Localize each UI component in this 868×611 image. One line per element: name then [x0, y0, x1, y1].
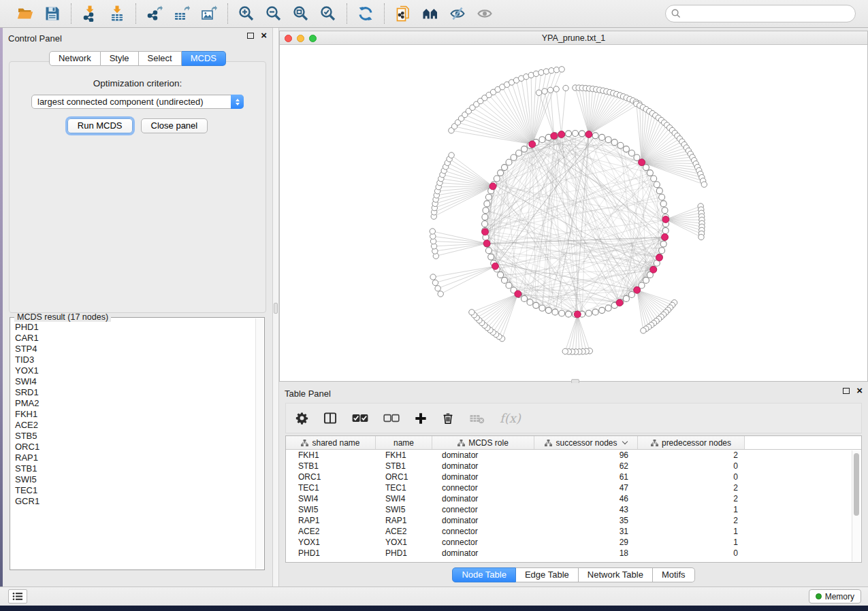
cell: PHD1: [376, 548, 432, 559]
cell: 96: [534, 450, 638, 461]
minimize-window-icon[interactable]: [297, 35, 304, 42]
scrollbar-thumb[interactable]: [854, 453, 859, 516]
table-toolbar: f(x): [285, 403, 862, 433]
tab-node-table[interactable]: Node Table: [452, 567, 516, 582]
column-header-shared-name[interactable]: shared name: [286, 436, 376, 449]
close-panel-button[interactable]: Close panel: [141, 118, 208, 133]
table-panel-title: Table Panel: [285, 389, 331, 399]
vertical-splitter[interactable]: [272, 28, 279, 587]
cell: 18: [534, 548, 638, 559]
result-node: RAP1: [15, 452, 255, 463]
automation-panel-button[interactable]: [8, 589, 27, 604]
open-file-icon[interactable]: [16, 5, 34, 22]
tab-mcds[interactable]: MCDS: [182, 51, 226, 66]
close-table-panel-icon[interactable]: ×: [856, 387, 863, 394]
cell: TEC1: [376, 482, 432, 493]
show-all-icon[interactable]: [476, 5, 494, 22]
cell: dominator: [432, 548, 534, 559]
memory-button[interactable]: Memory: [809, 589, 861, 604]
table-row[interactable]: FKH1FKH1dominator962: [286, 450, 861, 461]
tab-network-table[interactable]: Network Table: [579, 567, 653, 582]
tab-edge-table[interactable]: Edge Table: [516, 567, 579, 582]
zoom-fit-icon[interactable]: [292, 5, 310, 22]
float-panel-icon[interactable]: [247, 33, 254, 39]
close-panel-icon[interactable]: ×: [261, 32, 267, 39]
column-header-name[interactable]: name: [376, 436, 432, 449]
cell: TEC1: [286, 482, 376, 493]
cell: 43: [534, 504, 638, 515]
table-row[interactable]: SWI5SWI5connector431: [286, 504, 861, 515]
tab-motifs[interactable]: Motifs: [653, 567, 695, 582]
hide-selected-icon[interactable]: [449, 5, 466, 22]
result-node: STP4: [15, 344, 255, 354]
result-node: TEC1: [15, 485, 255, 496]
save-session-icon[interactable]: [44, 5, 61, 22]
result-scrollbar[interactable]: [255, 318, 263, 569]
export-table-icon[interactable]: [173, 5, 191, 22]
maximize-window-icon[interactable]: [309, 35, 317, 42]
refresh-icon[interactable]: [357, 5, 374, 22]
search-input[interactable]: [665, 5, 856, 22]
table-row[interactable]: ORC1ORC1dominator610: [286, 472, 861, 482]
table-row[interactable]: ACE2ACE2connector311: [286, 526, 861, 537]
import-table-icon[interactable]: [108, 5, 126, 22]
table-row[interactable]: YOX1YOX1connector291: [286, 537, 861, 548]
cell: STB1: [286, 461, 376, 472]
tab-network[interactable]: Network: [49, 51, 101, 66]
cell: ACE2: [376, 526, 432, 537]
select-all-checkboxes-icon[interactable]: [352, 414, 368, 423]
cell: dominator: [432, 472, 534, 482]
tab-style[interactable]: Style: [101, 51, 139, 66]
clone-network-icon[interactable]: [394, 5, 412, 22]
run-mcds-button[interactable]: Run MCDS: [67, 118, 133, 133]
optimization-criterion-select[interactable]: largest connected component (undirected): [31, 95, 244, 109]
cell: 1: [638, 504, 745, 515]
add-column-icon[interactable]: [415, 412, 427, 425]
table-row[interactable]: TEC1TEC1connector472: [286, 482, 861, 493]
table-row[interactable]: RAP1RAP1dominator352: [286, 515, 861, 526]
import-network-icon[interactable]: [81, 5, 99, 22]
result-node: SWI4: [15, 376, 255, 387]
table-scrollbar[interactable]: [852, 450, 861, 561]
table-row[interactable]: SWI4SWI4dominator462: [286, 493, 861, 504]
cell: dominator: [432, 515, 534, 526]
export-network-icon[interactable]: [146, 5, 163, 22]
splitter-handle-icon[interactable]: [274, 303, 278, 314]
cell: RAP1: [286, 515, 376, 526]
status-bar: Memory: [0, 587, 868, 606]
memory-label: Memory: [825, 592, 854, 601]
split-columns-icon[interactable]: [323, 412, 337, 425]
float-table-panel-icon[interactable]: [843, 388, 850, 394]
zoom-out-icon[interactable]: [265, 5, 283, 22]
settings-gear-icon[interactable]: [295, 412, 308, 425]
export-image-icon[interactable]: [200, 5, 218, 22]
main-toolbar: [0, 0, 868, 28]
column-header-successor-nodes[interactable]: successor nodes: [534, 436, 638, 449]
mcds-result-list[interactable]: PHD1CAR1STP4TID3YOX1SWI4SRD1PMA2FKH1ACE2…: [12, 319, 255, 568]
result-node: CAR1: [15, 333, 255, 344]
tab-select[interactable]: Select: [139, 51, 182, 66]
result-node: STB5: [15, 431, 255, 442]
result-node: SRD1: [15, 387, 255, 398]
close-window-icon[interactable]: [285, 35, 292, 42]
result-node: STB1: [15, 463, 255, 474]
cell: 2: [638, 493, 745, 504]
column-header-predecessor-nodes[interactable]: predecessor nodes: [638, 436, 745, 449]
first-neighbors-icon[interactable]: [421, 5, 439, 22]
cell: YOX1: [286, 537, 376, 548]
delete-column-icon[interactable]: [442, 412, 454, 425]
deselect-all-checkboxes-icon[interactable]: [383, 414, 400, 423]
zoom-in-icon[interactable]: [238, 5, 255, 22]
cell: 2: [638, 482, 745, 493]
table-row[interactable]: PHD1PHD1dominator180: [286, 548, 861, 559]
cell: YOX1: [376, 537, 432, 548]
cell: SWI5: [286, 504, 376, 515]
column-label: shared name: [312, 438, 359, 448]
network-view-canvas[interactable]: [280, 45, 867, 381]
column-header-MCDS-role[interactable]: MCDS role: [432, 436, 534, 449]
task-list-icon: [12, 592, 23, 601]
cell: STB1: [376, 461, 432, 472]
zoom-selected-icon[interactable]: [319, 5, 337, 22]
cell: 1: [638, 537, 745, 548]
table-row[interactable]: STB1STB1dominator620: [286, 461, 861, 472]
